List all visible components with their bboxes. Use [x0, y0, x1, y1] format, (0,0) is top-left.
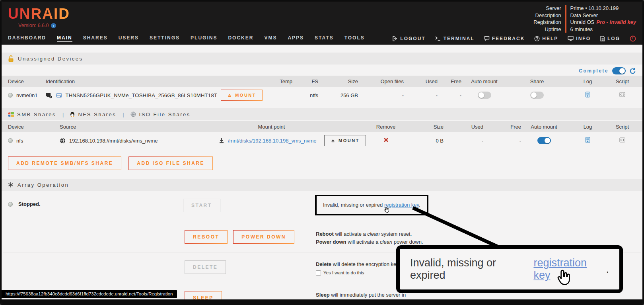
feedback-icon — [484, 36, 490, 41]
col-auto-mount: Auto mount — [461, 78, 507, 84]
share-status-dot — [8, 138, 13, 143]
mount-device-button[interactable]: MOUNT — [221, 90, 263, 101]
share-auto-mount-toggle[interactable] — [537, 137, 551, 144]
version-info-icon[interactable]: i — [51, 23, 56, 28]
logout-icon — [392, 36, 398, 41]
col-source: Source — [60, 124, 219, 130]
mount-point-icon — [219, 138, 224, 143]
brand: UNRAID Version: 6.6.0 i — [8, 2, 70, 33]
reboot-button[interactable]: REBOOT — [185, 230, 228, 244]
server-info: Server Prime • 10.10.20.199 Description … — [533, 2, 636, 33]
share-free: - — [483, 138, 521, 144]
tab-dashboard[interactable]: DASHBOARD — [8, 35, 46, 42]
col-script: Script — [609, 124, 636, 130]
power-alert-icon[interactable] — [630, 35, 636, 42]
col-size: Size — [318, 78, 358, 84]
device-script-icon[interactable] — [619, 92, 625, 97]
bottom-frame — [2, 299, 642, 303]
info-button[interactable]: INFO — [568, 36, 591, 41]
col-share: Share — [507, 78, 567, 84]
unraid-webgui: UNRAID Version: 6.6.0 i Server Prime • 1… — [0, 0, 644, 305]
header: UNRAID Version: 6.6.0 i Server Prime • 1… — [2, 2, 642, 33]
nfs-shares-tab[interactable]: NFS Shares — [70, 111, 116, 117]
col-log: Log — [567, 78, 609, 84]
power-down-button[interactable]: POWER DOWN — [233, 230, 294, 244]
mount-share-button[interactable]: MOUNT — [324, 135, 366, 146]
device-name[interactable]: nvme0n1 — [16, 92, 37, 98]
tab-docker[interactable]: DOCKER — [228, 35, 253, 42]
section-title: Unassigned Devices — [18, 56, 83, 62]
device-size: 256 GB — [318, 92, 358, 98]
share-script-icon[interactable] — [619, 137, 625, 143]
share-source: 192.168.10.198://mnt/disks/vms_nvme — [69, 138, 158, 144]
start-button[interactable]: START — [183, 199, 220, 212]
complete-toggle[interactable] — [612, 67, 626, 74]
remove-x-icon[interactable] — [383, 137, 389, 143]
section-title: Array Operation — [18, 182, 69, 188]
version-label: Version: 6.6.0 — [18, 23, 49, 28]
tab-main[interactable]: MAIN — [57, 35, 72, 42]
complete-toggle-bar: Complete — [2, 65, 642, 76]
share-size: 0 B — [406, 138, 444, 144]
tab-plugins[interactable]: PLUGINS — [191, 35, 217, 42]
terminal-button[interactable]: TERMINAL — [435, 36, 475, 41]
col-log: Log — [567, 124, 609, 130]
tab-users[interactable]: USERS — [119, 35, 139, 42]
device-fs: ntfs — [292, 92, 318, 98]
device-identification[interactable]: THNSN5256GPUK_NVMe_TOSHIBA_256GB_86LS10M… — [65, 92, 217, 98]
array-status-dot — [8, 202, 13, 207]
col-temp: Temp — [263, 78, 292, 84]
registration-invalid-key: Pro - invalid key — [596, 19, 636, 25]
mount-icon — [331, 138, 335, 143]
auto-mount-toggle[interactable] — [478, 92, 491, 99]
tab-shares[interactable]: SHARES — [83, 35, 108, 42]
share-toggle[interactable] — [530, 92, 544, 99]
delete-button[interactable]: DELETE — [185, 260, 226, 274]
windows-icon — [8, 112, 14, 117]
info-monitor-icon — [568, 36, 574, 41]
col-mount-point: Mount point — [219, 124, 324, 130]
array-status-row: Stopped. START Invalid, missing or expir… — [2, 191, 642, 222]
col-device: Device — [8, 124, 60, 130]
add-remote-share-button[interactable]: ADD REMOTE SMB/NFS SHARE — [8, 156, 121, 170]
delete-confirm-checkbox[interactable] — [316, 270, 321, 276]
unassigned-table-header: Device Identification Temp FS Size Open … — [2, 76, 642, 87]
unlock-icon — [8, 55, 14, 62]
file-shares-section-header: SMB Shares | NFS Shares | ISO File Share… — [2, 108, 642, 120]
hand-cursor-icon-large — [555, 269, 573, 287]
iso-disc-icon — [130, 111, 136, 117]
unassigned-devices-section-header: Unassigned Devices — [2, 53, 642, 65]
help-button[interactable]: HELP — [534, 36, 558, 41]
iso-shares-tab[interactable]: ISO File Shares — [130, 111, 191, 117]
feedback-button[interactable]: FEEDBACK — [484, 36, 525, 41]
unassigned-device-row: nvme0n1 THNSN5256GPUK_NVMe_TOSHIBA_256GB… — [2, 87, 642, 104]
share-log-icon[interactable] — [585, 137, 590, 143]
tab-tools[interactable]: TOOLS — [344, 35, 365, 42]
device-used: - — [404, 92, 438, 98]
col-open-files: Open files — [358, 78, 404, 84]
log-button[interactable]: LOG — [600, 36, 620, 41]
drive-icon — [56, 93, 62, 98]
tab-apps[interactable]: APPS — [288, 35, 304, 42]
add-iso-share-button[interactable]: ADD ISO FILE SHARE — [128, 156, 213, 170]
server-info-label: Registration — [533, 19, 565, 26]
browser-status-bar: https://f75638aa12fb340c8dcdd63d6f1ffd73… — [2, 290, 177, 298]
terminal-icon — [435, 36, 441, 41]
logout-button[interactable]: LOGOUT — [392, 36, 425, 41]
tab-stats[interactable]: STATS — [315, 35, 334, 42]
drive-add-icon[interactable] — [46, 92, 53, 99]
smb-shares-tab[interactable]: SMB Shares — [8, 111, 56, 117]
mount-point-link[interactable]: /mnt/disks/192.168.10.198_vms_nvme — [228, 138, 317, 144]
complete-label: Complete — [579, 68, 609, 74]
device-log-icon[interactable] — [585, 92, 590, 98]
tab-vms[interactable]: VMS — [264, 35, 277, 42]
col-script: Script — [609, 78, 636, 84]
log-doc-icon — [600, 36, 605, 41]
tab-settings[interactable]: SETTINGS — [150, 35, 180, 42]
col-size: Size — [406, 124, 444, 130]
col-free: Free — [483, 124, 521, 130]
server-info-label: Uptime — [533, 26, 565, 33]
share-device-name[interactable]: nfs — [16, 138, 23, 144]
refresh-icon[interactable] — [629, 68, 636, 74]
device-status-dot — [8, 93, 13, 98]
